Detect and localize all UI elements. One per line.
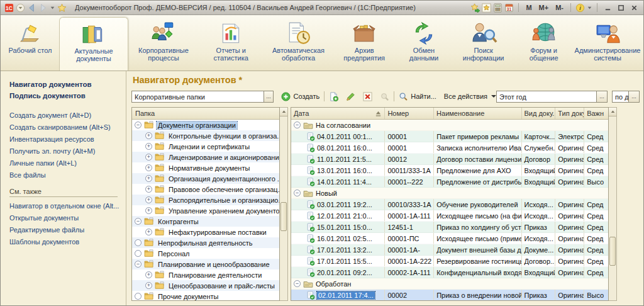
folder-filter-input[interactable]: Корпоративные папки (131, 91, 264, 103)
add-favorite-icon[interactable] (470, 3, 480, 13)
tree-expander[interactable]: + (145, 164, 152, 171)
column-header-doctype[interactable]: Тип доку... (555, 108, 584, 119)
folder-browse-button[interactable]: ... (264, 91, 274, 103)
copy-document-icon[interactable] (329, 92, 338, 101)
table-row[interactable]: 02.01.2011 17:4...00002Приказ о внедрени… (291, 290, 608, 300)
tree-item[interactable]: −Контрагенты (132, 216, 279, 227)
tree-item[interactable]: −Планирование и ценообразование (132, 259, 279, 269)
table-group-row[interactable]: −На согласовании (291, 120, 608, 131)
tree-item[interactable]: +Организация документационного ... (132, 173, 279, 184)
period-to-browse-button[interactable]: ... (629, 91, 640, 103)
sidebar-see-also-link[interactable]: Шаблоны документов (9, 236, 122, 248)
sidebar-see-also-link[interactable]: Редактируемые файлы (9, 224, 122, 236)
tree-expander[interactable]: + (145, 271, 152, 278)
table-row[interactable]: 13.01.2011 16:0...00011/333-1АПредложени… (291, 165, 608, 176)
main-menu-button[interactable] (16, 3, 25, 13)
find-button[interactable]: Найти... (399, 92, 436, 101)
table-row[interactable]: 04.01.2011 00:1...00001Пакет примеров ре… (291, 131, 608, 142)
table-group-row[interactable]: −Новый (291, 188, 608, 199)
period-input[interactable]: Этот год (496, 91, 597, 103)
tree-item[interactable]: +Управление хранением документов (132, 205, 279, 216)
column-header-name[interactable]: Наименование (434, 108, 521, 119)
m-minus-button[interactable]: M- (553, 4, 566, 11)
tree-item[interactable]: +Распорядительные и организацио... (132, 195, 279, 205)
tree-scrollbar-thumb[interactable] (280, 202, 287, 231)
tree-expander[interactable]: − (135, 261, 142, 268)
forward-button[interactable] (38, 3, 48, 13)
table-row[interactable]: 15.01.2011 15:0...12451-1Приказ по холди… (291, 222, 608, 233)
column-header-importance[interactable]: Важн (584, 108, 608, 119)
tree-expander[interactable]: + (145, 154, 152, 161)
tree-expander[interactable]: + (145, 282, 152, 289)
sidebar-see-also-link[interactable]: Открытые документы (9, 212, 122, 224)
column-header-number[interactable]: Номер (385, 108, 434, 119)
table-row[interactable]: 17.01.2011 13:2...00001-1А-Документ внеш… (291, 244, 608, 256)
sidebar-link[interactable]: Создать сканированием (Alt+S) (9, 122, 122, 133)
ribbon-section-actual-documents[interactable]: Актуальные документы (59, 17, 128, 71)
info-dropdown-icon[interactable] (587, 3, 592, 13)
tree-item[interactable]: +Планирование деятельности (132, 269, 279, 280)
ribbon-section-auto-processing[interactable]: Автоматическая обработка (265, 17, 333, 71)
tree-expander[interactable]: + (145, 175, 152, 182)
create-button[interactable]: Создать (281, 92, 319, 101)
close-button[interactable] (628, 3, 640, 13)
history-dropdown-icon[interactable] (50, 3, 55, 13)
table-scrollbar-thumb[interactable] (609, 237, 616, 266)
table-row[interactable]: 12.01.2011 21:0...00001-1А-111Исходящее … (291, 210, 608, 222)
tree-expander[interactable] (135, 250, 142, 257)
tree-item[interactable]: −Документы организации (132, 120, 279, 130)
ribbon-section-data-exchange[interactable]: Обмен данными (396, 17, 452, 71)
delete-icon[interactable] (363, 92, 372, 101)
tree-expander[interactable]: + (145, 196, 152, 203)
sidebar-link[interactable]: Создать документ (Alt+D) (9, 110, 122, 122)
tree-item[interactable]: +Лицензии и сертификаты (132, 141, 279, 152)
tree-item[interactable]: Персонал (132, 248, 279, 259)
tree-expander[interactable]: + (145, 186, 152, 193)
table-row[interactable]: 08.01.2011 16:0...00001Записка исполните… (291, 142, 608, 154)
sidebar-link[interactable]: Получить эл. почту (Alt+M) (9, 145, 122, 157)
period-browse-button[interactable]: ... (597, 91, 608, 103)
tree-expander[interactable]: + (145, 143, 152, 150)
tree-item[interactable]: Прочие документы (132, 291, 279, 300)
ribbon-section-enterprise-archive[interactable]: Архив предприятия (333, 17, 395, 71)
ribbon-section-desktop[interactable]: Рабочий стол (3, 17, 58, 71)
tree-item[interactable]: +Правовое обеспечение организац... (132, 184, 279, 195)
ribbon-section-administration[interactable]: Администрирование системы (574, 17, 641, 71)
tree-expander[interactable]: + (145, 207, 152, 214)
sidebar-link[interactable]: Все файлы (9, 169, 122, 181)
sidebar-command[interactable]: Навигатор документов (9, 79, 122, 90)
calculator-icon[interactable] (493, 3, 502, 13)
tree-item[interactable]: Непрофильная деятельность (132, 237, 279, 248)
tree-header[interactable]: Папка (132, 108, 279, 120)
tree-scrollbar[interactable] (280, 107, 288, 301)
column-header-kind[interactable]: Вид доку... (522, 108, 556, 119)
maximize-button[interactable] (615, 3, 626, 13)
table-row[interactable]: 16.01.2011 02:5...00001-ПСИсходящее пись… (291, 233, 608, 244)
tree-expander[interactable] (135, 239, 142, 246)
table-row[interactable]: 14.01.2011 11:4...00001--222Предложение … (291, 176, 608, 188)
tree-item[interactable]: +Нормативные документы (132, 162, 279, 173)
tree-item[interactable]: +Ценообразование и прайс-листы (132, 280, 279, 291)
m-button[interactable]: M (523, 4, 534, 11)
ribbon-section-reports-statistics[interactable]: Отчеты и статистика (199, 17, 264, 71)
minimize-button[interactable] (602, 3, 613, 13)
tree-item[interactable]: +Лицензирование и акционирование (132, 152, 279, 162)
tree-item[interactable]: +Контрольные функции в организа... (132, 130, 279, 141)
edit-icon[interactable] (346, 92, 355, 101)
period-to-input[interactable]: по д (612, 91, 629, 103)
back-button[interactable] (27, 3, 36, 13)
scroll-up-icon[interactable] (609, 108, 616, 116)
table-scrollbar[interactable] (609, 107, 617, 301)
tree-expander[interactable]: + (145, 229, 152, 235)
ribbon-section-info-search[interactable]: Поиск информации (453, 17, 514, 71)
tree-expander[interactable]: − (135, 218, 142, 225)
group-expander[interactable]: − (294, 280, 301, 287)
sidebar-link[interactable]: Личные папки (Alt+L) (9, 157, 122, 169)
calendar-icon[interactable]: 31 (504, 3, 514, 13)
table-row[interactable]: 17.01.2011 15:5...00001-1А-222Резервиров… (291, 256, 608, 267)
sidebar-command[interactable]: Подпись документов (9, 90, 122, 101)
sidebar-see-also-link[interactable]: Навигатор в отдельном окне (Alt... (9, 200, 122, 212)
info-icon[interactable]: i (575, 3, 585, 13)
tree-expander[interactable]: − (135, 122, 142, 128)
tree-expander[interactable] (135, 293, 142, 300)
